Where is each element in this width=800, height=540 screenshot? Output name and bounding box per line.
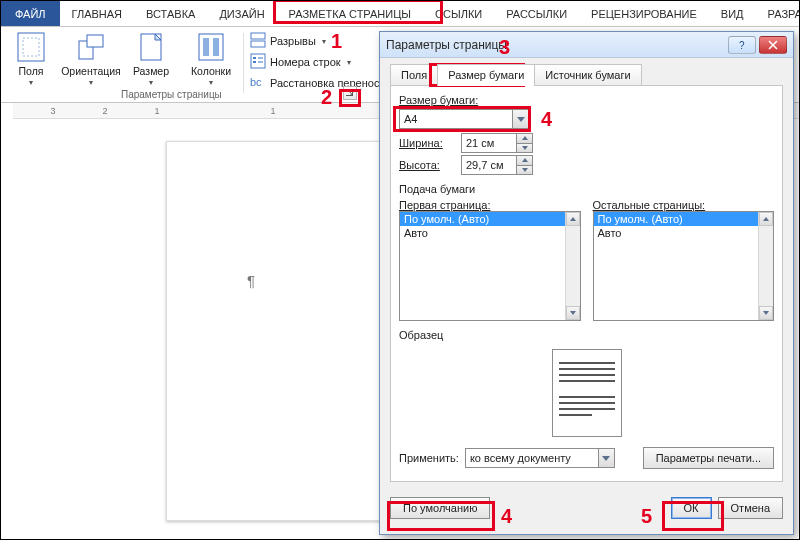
- dialog-titlebar[interactable]: Параметры страницы ?: [380, 32, 793, 58]
- list-item[interactable]: Авто: [594, 226, 774, 240]
- dialog-tab-source[interactable]: Источник бумаги: [534, 64, 641, 86]
- list-item[interactable]: По умолч. (Авто): [400, 212, 580, 226]
- svg-rect-12: [253, 61, 256, 63]
- line-numbers-icon: [250, 53, 266, 71]
- hyphenation-icon: bc: [250, 74, 266, 92]
- tab-file[interactable]: ФАЙЛ: [1, 1, 60, 26]
- svg-text:?: ?: [739, 40, 745, 50]
- svg-rect-0: [18, 33, 44, 61]
- svg-rect-7: [213, 38, 219, 56]
- print-options-button[interactable]: Параметры печати...: [643, 447, 774, 469]
- chevron-down-icon: [598, 449, 614, 467]
- orientation-icon: [75, 31, 107, 65]
- chevron-down-icon: ▾: [149, 78, 153, 87]
- cancel-button[interactable]: Отмена: [718, 497, 783, 519]
- dialog-close-button[interactable]: [759, 36, 787, 54]
- preview-label: Образец: [399, 329, 774, 341]
- first-page-label: Первая страница:: [399, 199, 575, 211]
- ribbon-group-label: Параметры страницы: [121, 89, 222, 100]
- tab-developer-partial[interactable]: РАЗРА: [756, 1, 800, 26]
- chevron-down-icon: [512, 110, 528, 128]
- list-item[interactable]: Авто: [400, 226, 580, 240]
- other-pages-label: Остальные страницы:: [593, 199, 769, 211]
- dialog-tabs: Поля Размер бумаги Источник бумаги: [390, 64, 783, 86]
- columns-icon: [195, 31, 227, 65]
- tab-review[interactable]: РЕЦЕНЗИРОВАНИЕ: [579, 1, 709, 26]
- tab-insert[interactable]: ВСТАВКА: [134, 1, 207, 26]
- svg-rect-8: [251, 33, 265, 39]
- first-page-list[interactable]: По умолч. (Авто) Авто: [399, 211, 581, 321]
- height-spinner[interactable]: 29,7 см: [461, 155, 533, 175]
- svg-rect-14: [258, 61, 263, 63]
- svg-rect-13: [258, 57, 263, 59]
- width-label: Ширина:: [399, 137, 455, 149]
- width-spinner[interactable]: 21 см: [461, 133, 533, 153]
- svg-rect-6: [203, 38, 209, 56]
- svg-rect-9: [251, 41, 265, 47]
- chevron-down-icon: ▾: [322, 37, 326, 46]
- size-icon: [135, 31, 167, 65]
- ribbon-tabs: ФАЙЛ ГЛАВНАЯ ВСТАВКА ДИЗАЙН РАЗМЕТКА СТР…: [1, 1, 799, 27]
- ok-button[interactable]: ОК: [671, 497, 712, 519]
- paper-size-combo[interactable]: A4: [399, 109, 529, 129]
- dialog-tab-margins[interactable]: Поля: [390, 64, 438, 86]
- paper-feed-label: Подача бумаги: [399, 183, 774, 195]
- scrollbar[interactable]: [565, 212, 580, 320]
- tab-design[interactable]: ДИЗАЙН: [207, 1, 276, 26]
- tab-page-layout[interactable]: РАЗМЕТКА СТРАНИЦЫ: [277, 1, 423, 26]
- svg-rect-5: [199, 34, 223, 60]
- orientation-button[interactable]: Ориентация ▾: [61, 27, 121, 87]
- tab-home[interactable]: ГЛАВНАЯ: [60, 1, 134, 26]
- breaks-icon: [250, 32, 266, 50]
- svg-rect-11: [253, 57, 256, 59]
- set-default-button[interactable]: По умолчанию: [390, 497, 490, 519]
- ribbon-separator: [243, 33, 244, 93]
- list-item[interactable]: По умолч. (Авто): [594, 212, 774, 226]
- preview-thumbnail: [552, 349, 622, 437]
- svg-text:bc: bc: [250, 76, 262, 88]
- apply-to-label: Применить:: [399, 452, 459, 464]
- columns-button[interactable]: Колонки ▾: [181, 27, 241, 87]
- dialog-title: Параметры страницы: [386, 38, 725, 52]
- margins-icon: [15, 31, 47, 65]
- tab-view[interactable]: ВИД: [709, 1, 756, 26]
- app-window: ФАЙЛ ГЛАВНАЯ ВСТАВКА ДИЗАЙН РАЗМЕТКА СТР…: [0, 0, 800, 540]
- chevron-down-icon: ▾: [347, 58, 351, 67]
- spinner-buttons[interactable]: [516, 134, 532, 152]
- tab-mailings[interactable]: РАССЫЛКИ: [494, 1, 579, 26]
- svg-rect-3: [87, 35, 103, 47]
- page-setup-launcher[interactable]: [343, 86, 357, 100]
- paper-size-label: Размер бумаги:: [399, 94, 768, 106]
- margins-button[interactable]: Поля ▾: [1, 27, 61, 87]
- page-setup-dialog: Параметры страницы ? Поля Размер бумаги …: [379, 31, 794, 535]
- scrollbar[interactable]: [758, 212, 773, 320]
- dialog-tab-paper[interactable]: Размер бумаги: [437, 64, 535, 86]
- height-label: Высота:: [399, 159, 455, 171]
- chevron-down-icon: ▾: [89, 78, 93, 87]
- chevron-down-icon: ▾: [209, 78, 213, 87]
- pilcrow-mark: ¶: [247, 272, 255, 289]
- tab-references[interactable]: ССЫЛКИ: [423, 1, 494, 26]
- spinner-buttons[interactable]: [516, 156, 532, 174]
- other-pages-list[interactable]: По умолч. (Авто) Авто: [593, 211, 775, 321]
- apply-to-combo[interactable]: ко всему документу: [465, 448, 615, 468]
- size-button[interactable]: Размер ▾: [121, 27, 181, 87]
- chevron-down-icon: ▾: [29, 78, 33, 87]
- dialog-help-button[interactable]: ?: [728, 36, 756, 54]
